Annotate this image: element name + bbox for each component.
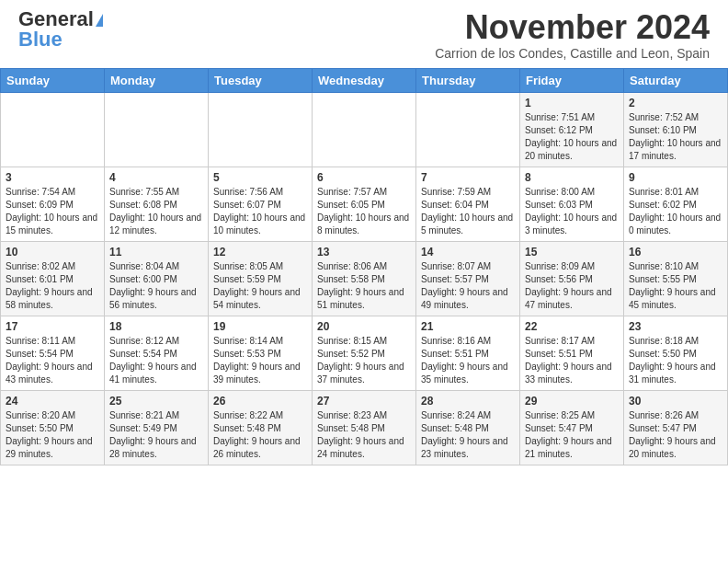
day-number: 15 — [525, 246, 619, 259]
weekday-header-thursday: Thursday — [416, 68, 520, 92]
day-number: 26 — [213, 395, 307, 408]
calendar-cell — [209, 92, 313, 167]
weekday-header-sunday: Sunday — [1, 68, 105, 92]
calendar-cell: 5Sunrise: 7:56 AM Sunset: 6:07 PM Daylig… — [209, 167, 313, 241]
day-number: 25 — [109, 395, 203, 408]
month-year-title: November 2024 — [435, 9, 710, 46]
day-info: Sunrise: 8:07 AM Sunset: 5:57 PM Dayligh… — [421, 260, 515, 312]
calendar-cell — [416, 92, 520, 167]
weekday-header-monday: Monday — [105, 68, 209, 92]
day-number: 5 — [213, 171, 307, 184]
calendar-cell: 26Sunrise: 8:22 AM Sunset: 5:48 PM Dayli… — [209, 390, 313, 465]
day-number: 12 — [213, 246, 307, 259]
calendar-cell: 15Sunrise: 8:09 AM Sunset: 5:56 PM Dayli… — [520, 241, 624, 316]
logo: General Blue — [18, 9, 103, 52]
calendar-cell: 30Sunrise: 8:26 AM Sunset: 5:47 PM Dayli… — [624, 390, 728, 465]
day-info: Sunrise: 8:10 AM Sunset: 5:55 PM Dayligh… — [629, 260, 722, 312]
calendar-cell: 1Sunrise: 7:51 AM Sunset: 6:12 PM Daylig… — [520, 92, 624, 167]
calendar-cell: 25Sunrise: 8:21 AM Sunset: 5:49 PM Dayli… — [105, 390, 209, 465]
day-info: Sunrise: 8:18 AM Sunset: 5:50 PM Dayligh… — [629, 335, 722, 386]
day-info: Sunrise: 8:26 AM Sunset: 5:47 PM Dayligh… — [629, 409, 722, 461]
logo-text: General — [18, 9, 103, 29]
day-info: Sunrise: 7:55 AM Sunset: 6:08 PM Dayligh… — [109, 186, 203, 237]
day-number: 2 — [629, 97, 722, 109]
week-row-1: 1Sunrise: 7:51 AM Sunset: 6:12 PM Daylig… — [1, 92, 728, 167]
calendar-cell: 6Sunrise: 7:57 AM Sunset: 6:05 PM Daylig… — [313, 167, 416, 241]
day-info: Sunrise: 8:24 AM Sunset: 5:48 PM Dayligh… — [421, 409, 515, 461]
day-number: 6 — [317, 171, 411, 184]
calendar-cell: 16Sunrise: 8:10 AM Sunset: 5:55 PM Dayli… — [624, 241, 728, 316]
calendar-cell: 22Sunrise: 8:17 AM Sunset: 5:51 PM Dayli… — [520, 316, 624, 390]
day-info: Sunrise: 8:09 AM Sunset: 5:56 PM Dayligh… — [525, 260, 619, 312]
week-row-4: 17Sunrise: 8:11 AM Sunset: 5:54 PM Dayli… — [1, 316, 728, 390]
day-info: Sunrise: 7:52 AM Sunset: 6:10 PM Dayligh… — [629, 111, 722, 163]
day-info: Sunrise: 8:06 AM Sunset: 5:58 PM Dayligh… — [317, 260, 411, 312]
day-info: Sunrise: 8:12 AM Sunset: 5:54 PM Dayligh… — [109, 335, 203, 386]
calendar-cell: 8Sunrise: 8:00 AM Sunset: 6:03 PM Daylig… — [520, 167, 624, 241]
calendar-cell: 19Sunrise: 8:14 AM Sunset: 5:53 PM Dayli… — [209, 316, 313, 390]
weekday-header-wednesday: Wednesday — [313, 68, 416, 92]
week-row-2: 3Sunrise: 7:54 AM Sunset: 6:09 PM Daylig… — [1, 167, 728, 241]
weekday-header-saturday: Saturday — [624, 68, 728, 92]
day-number: 23 — [629, 320, 722, 333]
day-number: 8 — [525, 171, 619, 184]
day-info: Sunrise: 8:22 AM Sunset: 5:48 PM Dayligh… — [213, 409, 307, 461]
day-number: 21 — [421, 320, 515, 333]
day-info: Sunrise: 8:01 AM Sunset: 6:02 PM Dayligh… — [629, 186, 722, 237]
calendar-cell: 27Sunrise: 8:23 AM Sunset: 5:48 PM Dayli… — [313, 390, 416, 465]
day-number: 28 — [421, 395, 515, 408]
day-number: 24 — [6, 395, 99, 408]
day-number: 19 — [213, 320, 307, 333]
weekday-header-row: SundayMondayTuesdayWednesdayThursdayFrid… — [1, 68, 728, 92]
day-number: 22 — [525, 320, 619, 333]
day-number: 7 — [421, 171, 515, 184]
weekday-header-tuesday: Tuesday — [209, 68, 313, 92]
calendar-cell: 13Sunrise: 8:06 AM Sunset: 5:58 PM Dayli… — [313, 241, 416, 316]
day-number: 20 — [317, 320, 411, 333]
day-info: Sunrise: 8:14 AM Sunset: 5:53 PM Dayligh… — [213, 335, 307, 386]
day-info: Sunrise: 8:25 AM Sunset: 5:47 PM Dayligh… — [525, 409, 619, 461]
day-info: Sunrise: 8:21 AM Sunset: 5:49 PM Dayligh… — [109, 409, 203, 461]
calendar-cell: 20Sunrise: 8:15 AM Sunset: 5:52 PM Dayli… — [313, 316, 416, 390]
day-number: 29 — [525, 395, 619, 408]
day-info: Sunrise: 7:56 AM Sunset: 6:07 PM Dayligh… — [213, 186, 307, 237]
day-number: 18 — [109, 320, 203, 333]
day-number: 13 — [317, 246, 411, 259]
day-info: Sunrise: 7:57 AM Sunset: 6:05 PM Dayligh… — [317, 186, 411, 237]
day-info: Sunrise: 8:02 AM Sunset: 6:01 PM Dayligh… — [6, 260, 99, 312]
calendar-cell: 10Sunrise: 8:02 AM Sunset: 6:01 PM Dayli… — [1, 241, 105, 316]
calendar-cell: 4Sunrise: 7:55 AM Sunset: 6:08 PM Daylig… — [105, 167, 209, 241]
calendar-cell: 24Sunrise: 8:20 AM Sunset: 5:50 PM Dayli… — [1, 390, 105, 465]
calendar-cell: 11Sunrise: 8:04 AM Sunset: 6:00 PM Dayli… — [105, 241, 209, 316]
day-info: Sunrise: 8:20 AM Sunset: 5:50 PM Dayligh… — [6, 409, 99, 461]
day-info: Sunrise: 8:23 AM Sunset: 5:48 PM Dayligh… — [317, 409, 411, 461]
title-area: November 2024 Carrion de los Condes, Cas… — [435, 9, 710, 61]
day-info: Sunrise: 8:15 AM Sunset: 5:52 PM Dayligh… — [317, 335, 411, 386]
week-row-5: 24Sunrise: 8:20 AM Sunset: 5:50 PM Dayli… — [1, 390, 728, 465]
calendar-cell — [105, 92, 209, 167]
day-info: Sunrise: 8:05 AM Sunset: 5:59 PM Dayligh… — [213, 260, 307, 312]
day-info: Sunrise: 8:16 AM Sunset: 5:51 PM Dayligh… — [421, 335, 515, 386]
day-number: 17 — [6, 320, 99, 333]
page-header: General Blue November 2024 Carrion de lo… — [0, 0, 728, 64]
day-number: 27 — [317, 395, 411, 408]
day-number: 16 — [629, 246, 722, 259]
calendar-cell: 2Sunrise: 7:52 AM Sunset: 6:10 PM Daylig… — [624, 92, 728, 167]
day-number: 10 — [6, 246, 99, 259]
calendar-cell: 14Sunrise: 8:07 AM Sunset: 5:57 PM Dayli… — [416, 241, 520, 316]
day-number: 1 — [525, 97, 619, 109]
calendar-cell: 12Sunrise: 8:05 AM Sunset: 5:59 PM Dayli… — [209, 241, 313, 316]
calendar-cell — [313, 92, 416, 167]
calendar-table: SundayMondayTuesdayWednesdayThursdayFrid… — [0, 68, 728, 465]
calendar-cell — [1, 92, 105, 167]
day-info: Sunrise: 8:04 AM Sunset: 6:00 PM Dayligh… — [109, 260, 203, 312]
location-subtitle: Carrion de los Condes, Castille and Leon… — [435, 46, 710, 61]
calendar-cell: 21Sunrise: 8:16 AM Sunset: 5:51 PM Dayli… — [416, 316, 520, 390]
calendar-cell: 29Sunrise: 8:25 AM Sunset: 5:47 PM Dayli… — [520, 390, 624, 465]
calendar-cell: 9Sunrise: 8:01 AM Sunset: 6:02 PM Daylig… — [624, 167, 728, 241]
calendar-cell: 17Sunrise: 8:11 AM Sunset: 5:54 PM Dayli… — [1, 316, 105, 390]
calendar-cell: 3Sunrise: 7:54 AM Sunset: 6:09 PM Daylig… — [1, 167, 105, 241]
day-number: 9 — [629, 171, 722, 184]
day-info: Sunrise: 7:59 AM Sunset: 6:04 PM Dayligh… — [421, 186, 515, 237]
day-info: Sunrise: 7:51 AM Sunset: 6:12 PM Dayligh… — [525, 111, 619, 163]
